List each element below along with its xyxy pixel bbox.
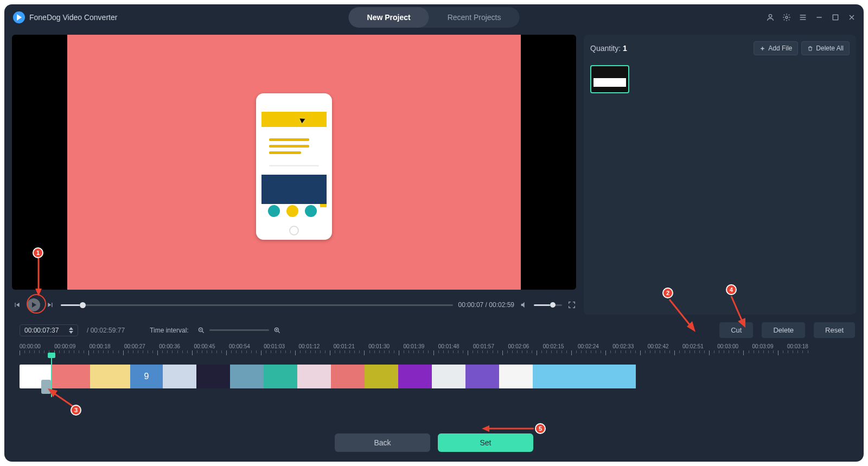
playback-controls: 00:00:07 / 00:02:59 (12, 295, 576, 315)
svg-point-1 (786, 16, 788, 18)
clip-thumb (432, 365, 465, 388)
ruler-ticks (20, 350, 808, 357)
timecode-input-wrap (20, 324, 78, 336)
clip-thumb (331, 365, 365, 388)
stepper-up-icon[interactable] (69, 327, 73, 330)
set-button[interactable]: Set (438, 433, 533, 452)
annotation-badge-5: 5 (535, 423, 546, 434)
time-interval-label: Time interval: (150, 327, 189, 334)
clip-thumb (297, 365, 331, 388)
bottom-buttons: Back Set (4, 433, 864, 452)
back-button[interactable]: Back (335, 433, 430, 452)
annotation-arrow-1 (34, 258, 43, 297)
video-content-phone (256, 93, 332, 240)
timecode-input[interactable] (24, 327, 66, 334)
clip-thumb (264, 365, 297, 388)
clip-thumb: 9 (130, 365, 163, 388)
stepper-down-icon[interactable] (69, 331, 73, 334)
timecode-stepper[interactable] (69, 327, 73, 334)
preview-column: 00:00:07 / 00:02:59 (12, 35, 576, 315)
main-area: 00:00:07 / 00:02:59 Quantity: 1 Add File… (4, 30, 864, 317)
ruler-label: 00:01:21 (334, 343, 355, 349)
account-icon[interactable] (766, 13, 775, 22)
annotation-badge-2: 2 (662, 288, 673, 298)
filmstrip-wrap: 9 (4, 365, 864, 388)
ruler-label: 00:01:12 (299, 343, 320, 349)
ruler-labels: 00:00:0000:00:0900:00:1800:00:2700:00:36… (20, 343, 808, 349)
delete-all-button[interactable]: Delete All (801, 41, 850, 55)
annotation-badge-4: 4 (726, 284, 737, 295)
tab-new-project[interactable]: New Project (349, 7, 429, 28)
ruler-label: 00:02:42 (648, 343, 669, 349)
ruler-label: 00:02:15 (543, 343, 564, 349)
clip-thumb (499, 365, 533, 388)
annotation-badge-3: 3 (71, 405, 81, 416)
annotation-arrow-5 (480, 424, 536, 433)
settings-icon[interactable] (782, 13, 791, 22)
clip-thumb (163, 365, 196, 388)
maximize-icon[interactable] (831, 13, 840, 22)
video-preview (12, 35, 576, 290)
fullscreen-icon[interactable] (567, 301, 576, 309)
app-logo-wrap: FoneDog Video Converter (13, 11, 117, 23)
clip-thumb (533, 365, 636, 388)
reset-button[interactable]: Reset (814, 322, 855, 338)
ruler-label: 00:02:33 (612, 343, 634, 349)
app-window: FoneDog Video Converter New Project Rece… (4, 4, 864, 462)
duration-label: / 00:02:59:77 (87, 327, 125, 334)
quantity-label: Quantity: 1 (590, 44, 627, 53)
minimize-icon[interactable] (815, 13, 824, 22)
annotation-arrow-4 (729, 294, 751, 332)
ruler-label: 00:01:48 (438, 343, 459, 349)
clip-thumbnail[interactable] (590, 65, 629, 93)
zoom-out-icon[interactable] (197, 327, 205, 334)
filmstrip[interactable]: 9 (20, 365, 703, 388)
add-file-button[interactable]: Add File (754, 41, 798, 55)
tab-recent-projects[interactable]: Recent Projects (429, 7, 520, 28)
ruler-label: 00:01:03 (264, 343, 285, 349)
side-panel: Quantity: 1 Add File Delete All (584, 35, 856, 315)
clip-thumb (52, 365, 90, 388)
volume-icon[interactable] (520, 301, 528, 309)
volume-slider[interactable] (534, 304, 562, 306)
menu-icon[interactable] (799, 13, 807, 22)
svg-rect-2 (833, 15, 838, 20)
timeline-ruler: 00:00:0000:00:0900:00:1800:00:2700:00:36… (4, 343, 864, 357)
app-logo-icon (13, 11, 25, 23)
side-panel-header: Quantity: 1 Add File Delete All (590, 41, 850, 55)
step-back-icon[interactable] (12, 300, 22, 310)
delete-button[interactable]: Delete (762, 322, 805, 338)
svg-point-0 (769, 15, 771, 17)
ruler-label: 00:02:51 (682, 343, 704, 349)
video-frame (67, 35, 521, 290)
clip-thumb (90, 365, 130, 388)
ruler-label: 00:02:24 (578, 343, 599, 349)
annotation-arrow-2 (667, 297, 700, 336)
ruler-label: 00:03:00 (717, 343, 738, 349)
project-tabs: New Project Recent Projects (349, 7, 520, 28)
ruler-label: 00:00:09 (54, 343, 75, 349)
clip-thumb (196, 365, 230, 388)
ruler-label: 00:00:54 (229, 343, 250, 349)
titlebar: FoneDog Video Converter New Project Rece… (4, 4, 864, 30)
ruler-label: 00:00:27 (124, 343, 145, 349)
ruler-label: 00:01:39 (403, 343, 424, 349)
step-forward-icon[interactable] (46, 300, 55, 310)
ruler-label: 00:03:09 (752, 343, 774, 349)
ruler-label: 00:00:18 (90, 343, 111, 349)
annotation-badge-1: 1 (33, 247, 43, 258)
clip-thumb (365, 365, 398, 388)
clip-thumb (398, 365, 432, 388)
ruler-label: 00:02:06 (508, 343, 529, 349)
close-icon[interactable] (847, 13, 856, 22)
window-controls (766, 13, 856, 22)
ruler-label: 00:00:45 (194, 343, 215, 349)
ruler-label: 00:00:36 (159, 343, 180, 349)
playback-time: 00:00:07 / 00:02:59 (458, 301, 514, 309)
zoom-in-icon[interactable] (273, 327, 281, 334)
zoom-slider[interactable] (209, 329, 269, 331)
annotation-arrow-3 (46, 386, 76, 409)
seek-slider[interactable] (61, 304, 453, 306)
ruler-label: 00:01:30 (368, 343, 390, 349)
zoom-control (197, 327, 281, 334)
